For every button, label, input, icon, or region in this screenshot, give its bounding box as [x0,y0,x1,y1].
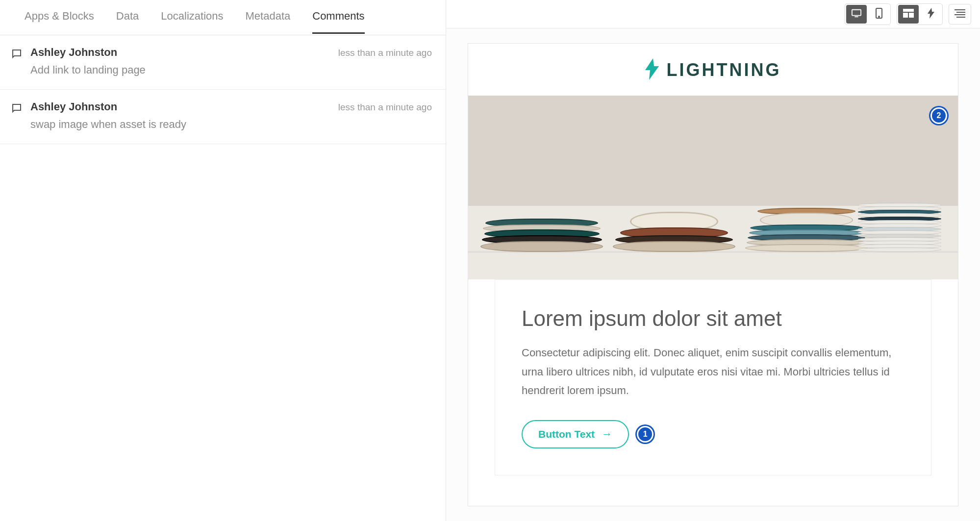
svg-rect-0 [852,9,861,15]
comment-pin-2[interactable]: 2 [930,107,947,124]
tab-localizations[interactable]: Localizations [161,0,223,35]
desktop-icon [851,8,862,20]
lightning-mode-button[interactable] [921,5,941,24]
tab-comments[interactable]: Comments [312,0,364,35]
comment-author: Ashley Johnston [30,46,117,59]
comment-item[interactable]: Ashley Johnston less than a minute ago s… [0,90,446,144]
cta-row: Button Text → 1 [522,420,905,448]
outline-icon [955,9,965,20]
svg-rect-4 [903,9,914,12]
comment-text: swap image when asset is ready [30,118,432,131]
tab-metadata[interactable]: Metadata [246,0,291,35]
left-panel: Apps & Blocks Data Localizations Metadat… [0,0,446,521]
mode-toggle-group [897,3,943,25]
brand-name: LIGHTNING [667,60,781,80]
hero-block[interactable]: 2 [468,96,958,279]
comment-time: less than a minute ago [338,48,432,58]
layout-icon [903,9,914,20]
body-copy: Consectetur adipiscing elit. Donec aliqu… [522,344,904,400]
headline: Lorem ipsum dolor sit amet [522,306,905,331]
right-panel: LIGHTNING 2 Lorem ipsum dolor sit amet C… [446,0,980,521]
comment-pin-1[interactable]: 1 [637,426,653,443]
comments-list: Ashley Johnston less than a minute ago A… [0,35,446,521]
svg-point-3 [879,16,879,17]
desktop-view-button[interactable] [846,5,867,24]
content-card: Lorem ipsum dolor sit amet Consectetur a… [495,279,931,475]
hero-image [468,96,958,279]
svg-rect-6 [909,13,914,18]
device-toggle-group [845,3,891,25]
layout-mode-button[interactable] [898,5,919,24]
outline-button[interactable] [949,4,971,25]
svg-rect-5 [903,13,908,18]
brand-header: LIGHTNING [468,44,958,96]
cta-label: Button Text [538,428,595,440]
tab-data[interactable]: Data [116,0,139,35]
cta-button[interactable]: Button Text → [522,420,629,448]
svg-rect-1 [854,16,858,17]
comment-time: less than a minute ago [338,102,432,113]
preview-area: LIGHTNING 2 Lorem ipsum dolor sit amet C… [446,28,980,521]
preview-frame: LIGHTNING 2 Lorem ipsum dolor sit amet C… [468,43,958,506]
mobile-icon [876,8,882,21]
comment-text: Add link to landing page [30,64,432,76]
tabs: Apps & Blocks Data Localizations Metadat… [0,0,446,35]
comment-item[interactable]: Ashley Johnston less than a minute ago A… [0,35,446,90]
tab-apps-blocks[interactable]: Apps & Blocks [25,0,94,35]
arrow-right-icon: → [602,428,612,441]
bolt-icon [928,8,934,21]
comment-author: Ashley Johnston [30,100,117,113]
lightning-bolt-icon [645,58,659,82]
comment-icon [11,102,23,116]
comment-icon [11,48,23,62]
mobile-view-button[interactable] [869,5,889,24]
preview-toolbar [446,0,980,28]
